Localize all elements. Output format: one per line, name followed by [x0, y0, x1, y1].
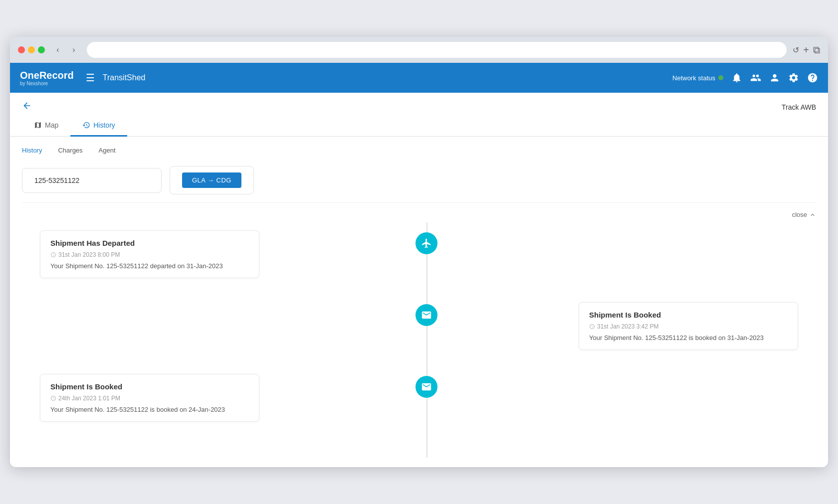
maximize-button[interactable] — [38, 46, 45, 53]
new-tab-button[interactable]: + — [803, 44, 809, 56]
timeline-icon-2 — [416, 304, 437, 326]
close-button[interactable] — [18, 46, 25, 53]
back-nav-button[interactable]: ‹ — [51, 43, 65, 57]
logo-area: OneRecord by Nexshore — [20, 70, 74, 86]
close-button[interactable]: close — [792, 211, 816, 218]
back-arrow-icon — [22, 101, 32, 111]
timeline-item-3: Shipment Is Booked 24th Jan 2023 1:01 PM… — [10, 366, 828, 430]
settings-icon — [788, 72, 799, 83]
browser-chrome: ‹ › ↺ + ⧉ — [10, 37, 828, 63]
plane-icon — [421, 238, 432, 249]
shipment-id: 125-53251122 — [34, 176, 79, 184]
history-icon — [82, 121, 90, 129]
timeline-card-3-date: 24th Jan 2023 1:01 PM — [50, 395, 249, 402]
people-icon — [750, 72, 761, 83]
status-dot — [718, 75, 723, 80]
timeline-item-2: Shipment Is Booked 31st Jan 2023 3:42 PM… — [10, 294, 828, 358]
envelope-icon-2 — [421, 310, 432, 321]
clock-icon-2 — [589, 324, 595, 330]
timeline-card-2-title: Shipment Is Booked — [589, 311, 788, 319]
tab-map-label: Map — [45, 121, 58, 129]
logo-subtitle: by Nexshore — [20, 81, 74, 86]
main-tabs: Map History — [10, 115, 828, 137]
timeline-item-1: Shipment Has Departed 31st Jan 2023 8:00… — [10, 222, 828, 286]
bell-icon — [731, 72, 742, 83]
nav-buttons: ‹ › — [51, 43, 81, 57]
menu-button[interactable]: ☰ — [86, 72, 95, 84]
timeline-card-2-desc: Your Shipment No. 125-53251122 is booked… — [589, 334, 788, 341]
settings-button[interactable] — [788, 72, 799, 83]
chevron-up-icon — [809, 211, 816, 218]
traffic-lights — [18, 46, 45, 53]
windows-button[interactable]: ⧉ — [813, 44, 820, 56]
app-name: TransitShed — [103, 73, 146, 82]
clock-icon-3 — [50, 395, 56, 401]
account-button[interactable] — [769, 72, 780, 83]
track-awb-label: Track AWB — [782, 103, 816, 111]
subtab-history[interactable]: History — [22, 143, 42, 158]
tab-history-label: History — [93, 121, 115, 129]
timeline-card-1-desc: Your Shipment No. 125-53251122 departed … — [50, 262, 249, 270]
timeline-card-2-date: 31st Jan 2023 3:42 PM — [589, 323, 788, 330]
app-header: OneRecord by Nexshore ☰ TransitShed Netw… — [10, 63, 828, 93]
shipment-cards: 125-53251122 GLA → CDG — [10, 158, 828, 202]
account-icon — [769, 72, 780, 83]
clock-icon-1 — [50, 252, 56, 258]
subtab-charges[interactable]: Charges — [58, 143, 82, 158]
people-button[interactable] — [750, 72, 761, 83]
timeline-card-1: Shipment Has Departed 31st Jan 2023 8:00… — [40, 230, 259, 278]
header-left: OneRecord by Nexshore ☰ TransitShed — [20, 70, 145, 86]
timeline-card-2: Shipment Is Booked 31st Jan 2023 3:42 PM… — [579, 302, 798, 350]
header-right: Network status — [672, 72, 818, 83]
browser-actions: ↺ + ⧉ — [793, 44, 820, 56]
route-button[interactable]: GLA → CDG — [182, 172, 241, 188]
timeline-card-3-desc: Your Shipment No. 125-53251122 is booked… — [50, 406, 249, 413]
page-content: Track AWB Map History — [10, 93, 828, 458]
top-bar: Track AWB — [10, 93, 828, 113]
logo-title: OneRecord — [20, 70, 74, 81]
notification-button[interactable] — [731, 72, 742, 83]
network-status-label: Network status — [672, 74, 715, 82]
tab-map[interactable]: Map — [22, 115, 70, 137]
envelope-icon-3 — [421, 381, 432, 392]
timeline-icon-1 — [416, 232, 437, 254]
address-bar[interactable] — [87, 42, 787, 58]
browser-window: ‹ › ↺ + ⧉ OneRecord by Nexshore ☰ Transi… — [10, 37, 828, 467]
tab-history[interactable]: History — [70, 115, 127, 137]
app-container: OneRecord by Nexshore ☰ TransitShed Netw… — [10, 63, 828, 467]
timeline-icon-3 — [416, 376, 437, 398]
sub-tabs: History Charges Agent — [10, 137, 828, 158]
help-icon — [807, 72, 818, 83]
timeline-card-3: Shipment Is Booked 24th Jan 2023 1:01 PM… — [40, 374, 259, 422]
network-status: Network status — [672, 74, 723, 82]
timeline-card-1-date: 31st Jan 2023 8:00 PM — [50, 251, 249, 258]
reload-button[interactable]: ↺ — [793, 45, 799, 55]
timeline-section: Shipment Has Departed 31st Jan 2023 8:00… — [10, 222, 828, 458]
map-icon — [34, 121, 42, 129]
timeline-card-1-title: Shipment Has Departed — [50, 239, 249, 247]
help-button[interactable] — [807, 72, 818, 83]
timeline-card-3-title: Shipment Is Booked — [50, 382, 249, 391]
route-card: GLA → CDG — [170, 166, 254, 194]
minimize-button[interactable] — [28, 46, 35, 53]
shipment-id-card: 125-53251122 — [22, 168, 162, 193]
forward-nav-button[interactable]: › — [67, 43, 81, 57]
close-section: close — [10, 203, 828, 222]
subtab-agent[interactable]: Agent — [99, 143, 116, 158]
back-button[interactable] — [22, 101, 32, 113]
